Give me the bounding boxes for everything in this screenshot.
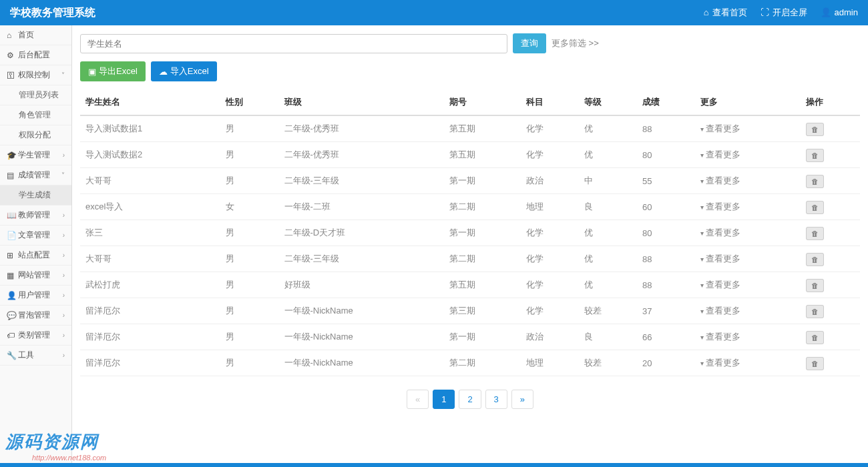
sidebar-item-11[interactable]: 🏷类别管理› [0, 326, 71, 346]
cell-score: 20 [637, 350, 695, 376]
page-button[interactable]: 3 [485, 390, 507, 409]
cell-class: 二年级-D天才班 [279, 220, 445, 246]
sidebar-item-6[interactable]: 📄文章管理› [0, 225, 71, 246]
cell-name: 大哥哥 [80, 246, 220, 272]
cell-grade: 优 [579, 142, 637, 168]
sidebar-subitem[interactable]: 管理员列表 [0, 85, 71, 105]
view-more-link[interactable]: 查看更多 [700, 254, 740, 264]
sidebar-item-8[interactable]: ▦网站管理› [0, 266, 71, 286]
cell-score: 88 [637, 115, 695, 142]
page-button[interactable]: » [511, 390, 533, 409]
nav-label: 首页 [18, 29, 65, 41]
delete-button[interactable]: 🗑 [806, 331, 824, 344]
home-icon: ⌂ [704, 0, 709, 25]
cell-score: 37 [637, 298, 695, 324]
cell-gender: 男 [220, 168, 278, 194]
delete-button[interactable]: 🗑 [806, 253, 824, 266]
delete-button[interactable]: 🗑 [806, 201, 824, 214]
trash-icon: 🗑 [811, 151, 819, 159]
nav-label: 网站管理 [18, 270, 63, 281]
view-more-link[interactable]: 查看更多 [700, 201, 740, 211]
cell-term: 第二期 [444, 350, 520, 376]
view-more-link[interactable]: 查看更多 [700, 123, 740, 133]
delete-button[interactable]: 🗑 [806, 227, 824, 240]
sidebar-item-0[interactable]: ⌂首页 [0, 25, 71, 45]
view-more-link[interactable]: 查看更多 [700, 149, 740, 159]
column-header: 更多 [695, 89, 800, 115]
cell-gender: 男 [220, 220, 278, 246]
student-name-input[interactable] [80, 34, 507, 53]
cell-class: 一年级-二班 [279, 194, 445, 220]
cell-subject: 化学 [521, 220, 579, 246]
delete-button[interactable]: 🗑 [806, 175, 824, 188]
fullscreen-button[interactable]: ⛶开启全屏 [761, 0, 807, 25]
cell-gender: 男 [220, 246, 278, 272]
sidebar-item-3[interactable]: 🎓学生管理› [0, 145, 71, 165]
cell-subject: 地理 [521, 350, 579, 376]
gear-icon: ⚙ [7, 51, 15, 60]
cloud-icon: ☁ [159, 67, 168, 77]
view-more-link[interactable]: 查看更多 [700, 332, 740, 342]
sidebar-item-4[interactable]: ▤成绩管理˅ [0, 165, 71, 185]
sidebar-item-5[interactable]: 📖教师管理› [0, 205, 71, 225]
cell-name: 张三 [80, 220, 220, 246]
view-more-link[interactable]: 查看更多 [700, 306, 740, 316]
cell-name: excel导入 [80, 194, 220, 220]
cell-name: 导入测试数据1 [80, 115, 220, 142]
column-header: 学生姓名 [80, 89, 220, 115]
export-icon: ▣ [88, 67, 96, 77]
cell-class: 二年级-优秀班 [279, 142, 445, 168]
sidebar-item-1[interactable]: ⚙后台配置 [0, 45, 71, 65]
chart-icon: ▤ [7, 171, 15, 180]
view-more-link[interactable]: 查看更多 [700, 227, 740, 238]
page-button[interactable]: « [407, 390, 429, 409]
key-icon: ⚿ [7, 71, 15, 80]
sidebar-item-2[interactable]: ⚿权限控制˅ [0, 65, 71, 85]
chevron-right-icon: › [63, 252, 65, 259]
trash-icon: 🗑 [811, 177, 819, 185]
trash-icon: 🗑 [811, 282, 819, 290]
home-button[interactable]: ⌂查看首页 [704, 0, 747, 25]
chevron-right-icon: › [63, 151, 65, 159]
cell-grade: 良 [579, 324, 637, 350]
delete-button[interactable]: 🗑 [806, 123, 824, 136]
msg-icon: 💬 [7, 311, 15, 320]
sidebar-item-12[interactable]: 🔧工具› [0, 346, 71, 366]
view-more-link[interactable]: 查看更多 [700, 280, 740, 290]
sidebar-item-9[interactable]: 👤用户管理› [0, 286, 71, 306]
sidebar-subitem[interactable]: 学生成绩 [0, 185, 71, 205]
sidebar-item-10[interactable]: 💬冒泡管理› [0, 306, 71, 326]
query-button[interactable]: 查询 [513, 33, 546, 53]
cell-name: 留洋厄尔 [80, 350, 220, 376]
cell-gender: 男 [220, 324, 278, 350]
export-excel-button[interactable]: ▣导出Excel [80, 61, 146, 81]
delete-button[interactable]: 🗑 [806, 305, 824, 318]
user-menu[interactable]: 👤admin [821, 0, 858, 25]
page-button[interactable]: 2 [459, 390, 481, 409]
delete-button[interactable]: 🗑 [806, 357, 824, 370]
chevron-right-icon: › [63, 231, 65, 239]
page-button[interactable]: 1 [433, 390, 455, 409]
cell-class: 一年级-NickName [279, 298, 445, 324]
search-row: 查询 更多筛选 >> [80, 33, 860, 53]
sidebar-subitem[interactable]: 角色管理 [0, 105, 71, 125]
cell-subject: 地理 [521, 194, 579, 220]
cell-grade: 中 [579, 168, 637, 194]
cell-gender: 男 [220, 350, 278, 376]
sidebar-subitem[interactable]: 权限分配 [0, 125, 71, 145]
cell-score: 80 [637, 220, 695, 246]
header-actions: ⌂查看首页 ⛶开启全屏 👤admin [704, 0, 858, 25]
more-filter-link[interactable]: 更多筛选 >> [552, 37, 599, 49]
delete-button[interactable]: 🗑 [806, 149, 824, 162]
import-excel-button[interactable]: ☁导入Excel [151, 61, 217, 81]
sidebar: ⌂首页⚙后台配置⚿权限控制˅管理员列表角色管理权限分配🎓学生管理›▤成绩管理˅学… [0, 25, 72, 463]
sidebar-item-7[interactable]: ⊞站点配置› [0, 246, 71, 266]
cell-subject: 政治 [521, 168, 579, 194]
cell-gender: 男 [220, 298, 278, 324]
tag-icon: 🏷 [7, 331, 15, 340]
delete-button[interactable]: 🗑 [806, 279, 824, 292]
chevron-down-icon: ˅ [61, 71, 65, 79]
view-more-link[interactable]: 查看更多 [700, 358, 740, 368]
cell-grade: 良 [579, 194, 637, 220]
view-more-link[interactable]: 查看更多 [700, 175, 740, 185]
